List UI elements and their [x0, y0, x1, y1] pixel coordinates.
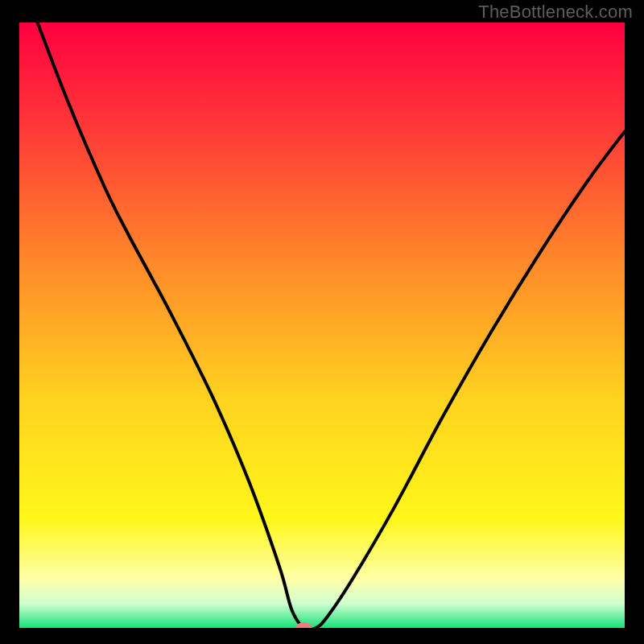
gradient-area	[19, 23, 625, 628]
watermark-text: TheBottleneck.com	[478, 2, 633, 23]
bottleneck-chart	[19, 23, 625, 628]
chart-frame: TheBottleneck.com	[0, 0, 644, 644]
